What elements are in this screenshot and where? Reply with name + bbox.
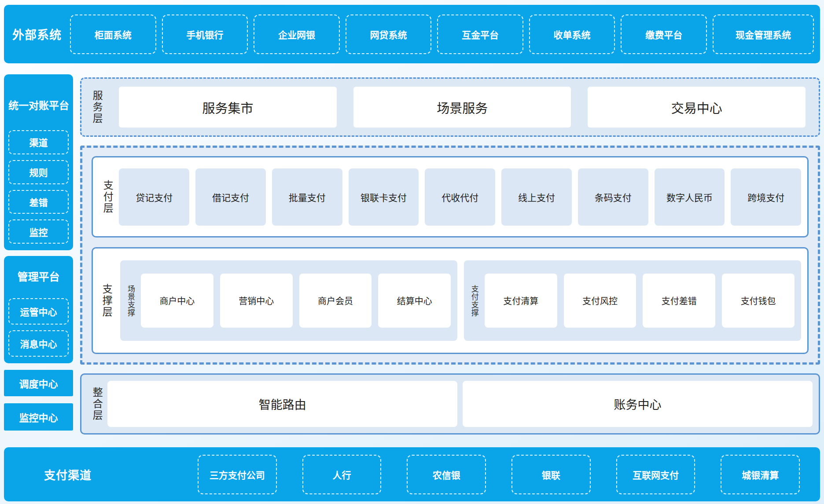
cross-border-payment-box: 跨境支付 — [731, 168, 801, 226]
channel-pboc: 人行 — [302, 455, 382, 494]
service-market-box: 服务集市 — [119, 87, 337, 128]
collection-agency-box: 代收代付 — [425, 168, 495, 226]
monitoring-center-block: 监控中心 — [4, 403, 73, 431]
service-layer: 服务层 服务集市 场景服务 交易中心 — [80, 77, 820, 137]
external-system-corporate-ebank: 企业网银 — [254, 15, 340, 54]
layers-area: 服务层 服务集市 场景服务 交易中心 支付层 贷记支付 借记支付 批量支付 银联… — [80, 63, 820, 435]
reconciliation-item-channel: 渠道 — [8, 130, 69, 154]
payment-clearing-box: 支付清算 — [485, 274, 557, 328]
channel-unionpay: 银联 — [511, 455, 591, 494]
barcode-payment-box: 条码支付 — [578, 168, 648, 226]
digital-rmb-box: 数字人民币 — [655, 168, 725, 226]
online-payment-box: 线上支付 — [501, 168, 572, 226]
merchant-member-box: 商户会员 — [299, 274, 372, 328]
management-item-operations-center: 运管中心 — [8, 298, 69, 325]
external-system-acquiring: 收单系统 — [529, 15, 615, 54]
transaction-center-box: 交易中心 — [588, 87, 806, 128]
external-systems-items: 柜面系统 手机银行 企业网银 网贷系统 互金平台 收单系统 缴费平台 现金管理系… — [70, 15, 814, 54]
dispatch-center-block: 调度中心 — [4, 370, 73, 396]
external-systems-bar: 外部系统 柜面系统 手机银行 企业网银 网贷系统 互金平台 收单系统 缴费平台 … — [4, 5, 820, 63]
payment-channels-bar: 支付渠道 三方支付公司 人行 农信银 银联 互联网支付 城银清算 — [4, 447, 820, 501]
unionpay-card-payment-box: 银联卡支付 — [349, 168, 419, 226]
payment-discrepancy-box: 支付差错 — [643, 274, 715, 328]
external-system-counter: 柜面系统 — [70, 15, 156, 54]
external-system-mobile-banking: 手机银行 — [162, 15, 248, 54]
smart-routing-box: 智能路由 — [107, 381, 457, 427]
channel-third-party-payment: 三方支付公司 — [198, 455, 277, 494]
reconciliation-item-monitoring: 监控 — [8, 219, 69, 244]
payment-support-group: 支付支撑 支付清算 支付风控 支付差错 支付钱包 — [464, 260, 801, 341]
marketing-center-box: 营销中心 — [220, 274, 293, 328]
management-item-message-center: 消息中心 — [8, 330, 69, 357]
support-layer-label: 支撑层 — [101, 284, 112, 318]
integration-layer-label: 整合层 — [91, 387, 102, 421]
debit-payment-box: 借记支付 — [195, 168, 266, 226]
channel-internet-payment: 互联网支付 — [616, 455, 695, 494]
reconciliation-platform-title: 统一对账平台 — [8, 74, 69, 124]
management-platform-block: 管理平台 运管中心 消息中心 — [4, 256, 73, 363]
scenario-support-group: 场景支撑 商户中心 营销中心 商户会员 结算中心 — [120, 260, 457, 341]
accounting-center-box: 账务中心 — [463, 381, 813, 427]
payment-support-label: 支付支撑 — [470, 285, 478, 317]
external-system-cash-management: 现金管理系统 — [713, 15, 814, 54]
credit-payment-box: 贷记支付 — [119, 168, 189, 226]
payment-support-container: 支付层 贷记支付 借记支付 批量支付 银联卡支付 代收代付 线上支付 条码支付 … — [80, 146, 820, 365]
external-system-online-loan: 网贷系统 — [346, 15, 432, 54]
scenario-service-box: 场景服务 — [353, 87, 571, 128]
service-layer-label: 服务层 — [91, 90, 102, 124]
scenario-support-label: 场景支撑 — [126, 285, 134, 317]
batch-payment-box: 批量支付 — [272, 168, 342, 226]
reconciliation-platform-block: 统一对账平台 渠道 规则 差错 监控 — [4, 74, 73, 250]
external-system-fee-payment: 缴费平台 — [621, 15, 707, 54]
payment-layer: 支付层 贷记支付 借记支付 批量支付 银联卡支付 代收代付 线上支付 条码支付 … — [92, 156, 809, 237]
payment-layer-label: 支付层 — [102, 180, 113, 214]
reconciliation-item-rules: 规则 — [8, 160, 69, 184]
settlement-center-box: 结算中心 — [378, 274, 451, 328]
middle-region: 统一对账平台 渠道 规则 差错 监控 管理平台 运管中心 消息中心 调度中心 监… — [4, 63, 820, 435]
management-platform-title: 管理平台 — [8, 256, 69, 292]
payment-architecture-diagram: 外部系统 柜面系统 手机银行 企业网银 网贷系统 互金平台 收单系统 缴费平台 … — [0, 0, 824, 504]
payment-wallet-box: 支付钱包 — [722, 274, 795, 328]
external-systems-title: 外部系统 — [4, 26, 70, 43]
left-sidebar: 统一对账平台 渠道 规则 差错 监控 管理平台 运管中心 消息中心 调度中心 监… — [4, 63, 73, 435]
external-system-internet-finance: 互金平台 — [437, 15, 523, 54]
payment-channels-items: 三方支付公司 人行 农信银 银联 互联网支付 城银清算 — [198, 455, 800, 494]
channel-rural-credit-bank: 农信银 — [407, 455, 486, 494]
payment-risk-control-box: 支付风控 — [564, 274, 636, 328]
integration-layer: 整合层 智能路由 账务中心 — [80, 373, 820, 435]
payment-channels-title: 支付渠道 — [4, 466, 132, 482]
merchant-center-box: 商户中心 — [141, 274, 213, 328]
reconciliation-item-discrepancy: 差错 — [8, 190, 69, 214]
channel-city-bank-clearing: 城银清算 — [721, 455, 800, 494]
support-layer: 支撑层 场景支撑 商户中心 营销中心 商户会员 结算中心 支付支撑 支付清算 支… — [92, 247, 809, 354]
